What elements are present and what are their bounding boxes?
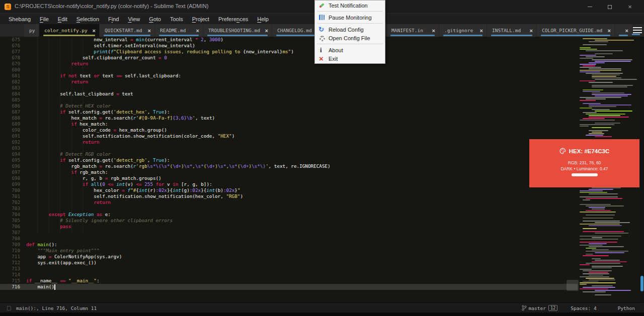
code-line-675[interactable]: 675 new_interval = min(current_interval … — [0, 37, 578, 43]
code-line-716[interactable]: 716 main() — [0, 284, 578, 290]
syntax-status[interactable]: Python — [618, 305, 635, 311]
menu-help[interactable]: Help — [253, 16, 273, 22]
code-line-684[interactable]: 684 self.last_clipboard = text — [0, 91, 578, 97]
line-number: 695 — [0, 157, 20, 163]
code-line-682[interactable]: 682 return — [0, 79, 578, 85]
minimap-line — [583, 38, 607, 39]
tab-readme-md[interactable]: README.md× — [155, 24, 203, 37]
tab-manifest-in[interactable]: MANIFEST.in× — [386, 24, 439, 37]
tab-close-icon[interactable]: × — [530, 28, 533, 34]
menu-shebang[interactable]: Shebang — [4, 16, 35, 22]
menu-selection[interactable]: Selection — [72, 16, 104, 22]
tab-install-md[interactable]: INSTALL.md× — [487, 24, 536, 37]
code-line-677[interactable]: 677 print(f"Clipboard access issues, red… — [0, 49, 578, 55]
code-line-703[interactable]: 703 — [0, 205, 578, 212]
color-notification-toast[interactable]: HEX: #E74C3C RGB: 231, 76, 60 DARK • Lum… — [529, 139, 639, 187]
maximize-button[interactable] — [600, 0, 620, 14]
menu-tools[interactable]: Tools — [166, 16, 188, 22]
code-line-690[interactable]: 690 color_code = hex_match.group() — [0, 127, 578, 133]
menu-edit[interactable]: Edit — [53, 16, 72, 22]
code-line-680[interactable]: 680 — [0, 67, 578, 73]
menu-item-label: About — [329, 47, 343, 53]
code-line-711[interactable]: 711 app = ColorNotifyApp(sys.argv) — [0, 254, 578, 260]
code-lines[interactable]: 675 new_interval = min(current_interval … — [0, 37, 578, 290]
tab-color-notify-py[interactable]: color_notify.py× — [39, 24, 99, 37]
menu-file[interactable]: File — [35, 16, 53, 22]
minimap-line — [586, 254, 593, 255]
code-line-714[interactable]: 714 — [0, 272, 578, 278]
menu-item-test-notification[interactable]: Test Notification — [315, 1, 385, 10]
code-line-683[interactable]: 683 — [0, 85, 578, 91]
tab-close-icon[interactable]: × — [480, 28, 483, 34]
code-line-715[interactable]: 715if __name__ == "__main__": — [0, 278, 578, 284]
minimap-viewport-puck[interactable] — [567, 280, 579, 291]
tab-close-icon[interactable]: × — [148, 28, 151, 34]
code-line-693[interactable]: 693 — [0, 145, 578, 151]
code-line-695[interactable]: 695 if self.config.get('detect_rgb', Tru… — [0, 157, 578, 163]
tab-color-picker-guide-md[interactable]: COLOR_PICKER_GUIDE.md× — [537, 24, 614, 37]
close-button[interactable]: × — [620, 0, 640, 14]
minimize-button[interactable] — [580, 0, 600, 14]
minimap-line — [578, 101, 640, 102]
code-line-691[interactable]: 691 self.notification.show_notification(… — [0, 133, 578, 139]
code-line-687[interactable]: 687 if self.config.get('detect_hex', Tru… — [0, 109, 578, 115]
code-line-700[interactable]: 700 hex_color = f"#{int(r):02x}{int(g):0… — [0, 187, 578, 193]
scrollbar-track[interactable] — [640, 37, 644, 302]
tab-close-icon[interactable]: × — [196, 28, 199, 34]
code-line-701[interactable]: 701 self.notification.show_notification(… — [0, 193, 578, 199]
code-line-709[interactable]: 709def main(): — [0, 242, 578, 248]
tab-close-icon[interactable]: × — [93, 28, 96, 34]
tab-gitignore[interactable]: .gitignore× — [439, 24, 487, 37]
tab-py[interactable]: py — [24, 24, 39, 37]
code-line-679[interactable]: 679 return — [0, 61, 578, 67]
tab-close-icon[interactable]: × — [608, 28, 611, 34]
tab-close-icon[interactable]: × — [265, 28, 268, 34]
code-line-685[interactable]: 685 — [0, 97, 578, 103]
menu-item-pause-monitoring[interactable]: Pause Monitoring — [315, 13, 385, 22]
code-line-707[interactable]: 707 — [0, 230, 578, 236]
code-line-696[interactable]: 696 rgb_match = re.search(r'rgb\s*\(\s*(… — [0, 163, 578, 169]
code-line-686[interactable]: 686 # Detect HEX color — [0, 103, 578, 109]
menu-view[interactable]: View — [123, 16, 144, 22]
minimap-line — [580, 71, 600, 72]
code-line-689[interactable]: 689 if hex_match: — [0, 121, 578, 127]
scrollbar-thumb[interactable] — [640, 276, 643, 291]
code-line-697[interactable]: 697 if rgb_match: — [0, 169, 578, 175]
menu-item-reload-config[interactable]: Reload Config — [315, 25, 385, 34]
indentation-status[interactable]: Spaces: 4 — [571, 305, 596, 311]
menu-goto[interactable]: Goto — [144, 16, 166, 22]
minimap-line — [580, 284, 587, 285]
menu-preferences[interactable]: Preferences — [214, 16, 253, 22]
code-line-678[interactable]: 678 self.clipboard_error_count = 0 — [0, 55, 578, 61]
menu-item-about[interactable]: About — [315, 46, 385, 54]
menu-item-exit[interactable]: Exit — [315, 54, 385, 63]
code-line-688[interactable]: 688 hex_match = re.search(r'#[0-9A-Fa-f]… — [0, 115, 578, 121]
code-line-713[interactable]: 713 — [0, 266, 578, 272]
code-line-681[interactable]: 681 if not text or text == self.last_cli… — [0, 73, 578, 79]
menu-item-open-config-file[interactable]: Open Config File — [315, 34, 385, 42]
code-line-704[interactable]: 704 except Exception as e: — [0, 212, 578, 218]
tab-overflow-icon[interactable] — [633, 27, 642, 34]
tab-close-icon[interactable]: × — [432, 28, 435, 34]
menu-project[interactable]: Project — [188, 16, 214, 22]
code-line-694[interactable]: 694 # Detect RGB color — [0, 151, 578, 157]
tab-group-right: MANIFEST.in×.gitignore×INSTALL.md×COLOR_… — [386, 24, 632, 37]
code-line-699[interactable]: 699 if all(0 <= int(v) <= 255 for v in [… — [0, 181, 578, 187]
code-line-676[interactable]: 676 self.timer.setInterval(new_interval) — [0, 43, 578, 49]
cursor-position-status[interactable]: main():, Line 716, Column 11 — [16, 305, 97, 311]
code-line-702[interactable]: 702 return — [0, 199, 578, 205]
code-line-706[interactable]: 706 pass — [0, 224, 578, 230]
code-line-710[interactable]: 710 """Main entry point""" — [0, 248, 578, 254]
minimap-line — [580, 236, 621, 237]
git-branch[interactable]: master 12 — [522, 305, 558, 311]
tab-quickstart-md[interactable]: QUICKSTART.md× — [100, 24, 154, 37]
menu-find[interactable]: Find — [104, 16, 123, 22]
tab-close-icon[interactable]: × — [625, 28, 628, 34]
code-line-692[interactable]: 692 return — [0, 139, 578, 145]
tab-blank[interactable]: × — [615, 24, 632, 37]
code-line-705[interactable]: 705 # Silently ignore other clipboard er… — [0, 218, 578, 224]
code-line-708[interactable]: 708 — [0, 236, 578, 242]
code-line-712[interactable]: 712 sys.exit(app.exec_()) — [0, 260, 578, 266]
code-line-698[interactable]: 698 r, g, b = rgb_match.groups() — [0, 175, 578, 181]
tab-troubleshooting-md[interactable]: TROUBLESHOOTING.md× — [203, 24, 272, 37]
